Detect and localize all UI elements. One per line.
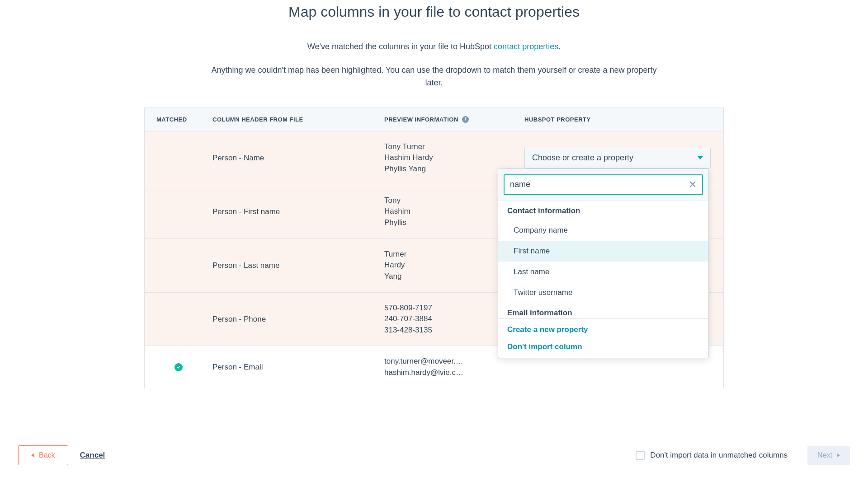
caret-down-icon — [698, 156, 703, 159]
page: Map columns in your file to contact prop… — [0, 4, 868, 477]
dont-import-column-link[interactable]: Don't import column — [507, 342, 699, 351]
dropdown-footer-actions: Create a new property Don't import colum… — [498, 318, 708, 358]
th-preview-label: PREVIEW INFORMATION — [384, 116, 458, 123]
dropdown-list[interactable]: Contact information Company name First n… — [498, 201, 708, 318]
dont-import-unmatched-label: Don't import data in unmatched columns — [650, 451, 788, 460]
next-button[interactable]: Next — [807, 446, 850, 465]
dropdown-group-label: Contact information — [498, 201, 708, 220]
th-property: HUBSPOT PROPERTY — [524, 116, 723, 123]
th-matched: MATCHED — [145, 116, 212, 123]
dropdown-option[interactable]: First name — [498, 241, 708, 262]
subtitle1-prefix: We've matched the columns in your file t… — [307, 42, 494, 51]
property-select-label: Choose or create a property — [532, 153, 633, 163]
dropdown-search-wrap: ✕ — [498, 169, 708, 201]
column-header-cell: Person - Email — [212, 363, 384, 372]
th-column-header: COLUMN HEADER FROM FILE — [212, 116, 384, 123]
table-header-row: MATCHED COLUMN HEADER FROM FILE PREVIEW … — [145, 108, 723, 131]
mapping-table: MATCHED COLUMN HEADER FROM FILE PREVIEW … — [144, 108, 724, 388]
next-button-label: Next — [817, 451, 832, 459]
th-preview: PREVIEW INFORMATION i — [384, 116, 524, 123]
subtitle-line-1: We've matched the columns in your file t… — [27, 42, 841, 51]
column-header-cell: Person - Phone — [212, 315, 384, 324]
chevron-left-icon — [31, 453, 34, 458]
dropdown-search-box: ✕ — [504, 174, 703, 195]
dropdown-group-label: Email information — [498, 303, 708, 318]
matched-cell — [145, 363, 212, 371]
contact-properties-link[interactable]: contact properties — [494, 42, 558, 51]
dropdown-search-input[interactable] — [510, 180, 689, 189]
create-new-property-link[interactable]: Create a new property — [507, 325, 699, 334]
column-header-cell: Person - First name — [212, 207, 384, 216]
property-select[interactable]: Choose or create a property — [524, 148, 711, 168]
subtitle-line-2: Anything we couldn't map has been highli… — [208, 64, 660, 89]
dropdown-option[interactable]: Twitter username — [498, 282, 708, 303]
chevron-right-icon — [837, 453, 840, 458]
clear-search-icon[interactable]: ✕ — [689, 180, 697, 190]
preview-cell: tony.turner@moveer.…hashim.hardy@lvie.c… — [384, 356, 524, 378]
column-header-cell: Person - Last name — [212, 261, 384, 270]
dropdown-option[interactable]: Last name — [498, 262, 708, 282]
checkbox-icon — [636, 451, 645, 460]
header-area: Map columns in your file to contact prop… — [0, 4, 868, 108]
page-title: Map columns in your file to contact prop… — [27, 4, 841, 20]
table-row: Person - Name Tony TurnerHashim HardyPhy… — [145, 131, 723, 185]
column-header-cell: Person - Name — [212, 154, 384, 163]
dropdown-option[interactable]: Company name — [498, 220, 708, 241]
back-button-label: Back — [39, 451, 55, 459]
dont-import-unmatched-checkbox[interactable]: Don't import data in unmatched columns — [636, 451, 788, 460]
bottom-right: Don't import data in unmatched columns N… — [636, 446, 850, 465]
back-button[interactable]: Back — [18, 445, 68, 465]
check-icon — [175, 363, 183, 371]
property-dropdown-panel: ✕ Contact information Company name First… — [498, 168, 709, 358]
property-cell: Choose or create a property ✕ Contact in… — [524, 148, 723, 168]
bottom-bar: Back Cancel Don't import data in unmatch… — [0, 433, 868, 477]
subtitle1-suffix: . — [558, 42, 561, 51]
info-icon[interactable]: i — [462, 116, 469, 123]
cancel-link[interactable]: Cancel — [80, 451, 105, 460]
